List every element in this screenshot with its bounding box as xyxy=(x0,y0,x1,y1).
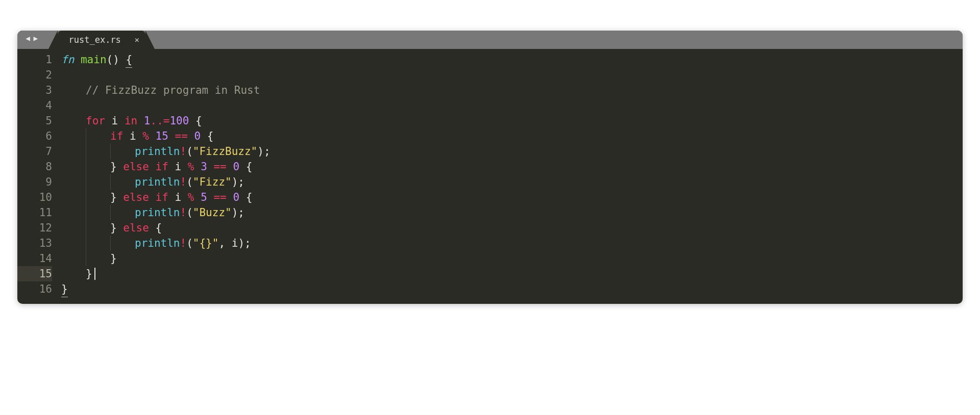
tab-next-icon[interactable]: ▸ xyxy=(32,33,39,44)
code-token: { xyxy=(207,128,214,144)
code-token: ( xyxy=(186,174,193,190)
tab-prev-icon[interactable]: ◂ xyxy=(24,33,31,44)
code-token: ( xyxy=(186,205,193,220)
code-token xyxy=(149,128,156,144)
code-token xyxy=(105,113,112,128)
code-line[interactable]: println!("Buzz"); xyxy=(61,205,963,220)
code-token: if xyxy=(110,128,123,144)
code-token: 5 xyxy=(201,190,207,205)
code-token: % xyxy=(142,128,149,144)
code-token xyxy=(181,190,188,205)
code-content[interactable]: fn main() {// FizzBuzz program in Rustfo… xyxy=(61,52,963,297)
code-token: == xyxy=(175,128,188,144)
code-token: == xyxy=(213,159,226,174)
code-token: { xyxy=(246,190,253,205)
indent-guide xyxy=(61,144,86,159)
line-number: 2 xyxy=(17,67,52,83)
indent-guide xyxy=(61,190,86,205)
code-token: for xyxy=(86,113,105,128)
code-token: i xyxy=(175,190,182,205)
code-token: == xyxy=(213,190,226,205)
code-token: { xyxy=(246,159,253,174)
code-token: fn xyxy=(61,52,74,67)
code-line[interactable]: println!("Fizz"); xyxy=(61,174,963,190)
code-token: { xyxy=(156,220,162,236)
indent-guide xyxy=(61,83,86,98)
line-number: 4 xyxy=(17,98,52,113)
code-line[interactable]: } xyxy=(61,281,963,297)
indent-guide xyxy=(86,236,110,251)
tab-nav-arrows: ◂ ▸ xyxy=(17,33,44,47)
code-token: "{}" xyxy=(193,236,219,251)
indent-guide xyxy=(61,251,86,266)
code-token xyxy=(137,113,144,128)
code-line[interactable]: } else { xyxy=(61,220,963,236)
text-cursor xyxy=(94,268,95,280)
indent-guide xyxy=(61,128,86,144)
code-line[interactable]: println!("FizzBuzz"); xyxy=(61,144,963,159)
code-token: 0 xyxy=(233,190,239,205)
indent-guide xyxy=(86,220,110,236)
indent-guide xyxy=(61,220,86,236)
code-token: println xyxy=(135,236,180,251)
line-number: 1 xyxy=(17,52,52,67)
code-line[interactable]: for i in 1..=100 { xyxy=(61,113,963,128)
code-token: i xyxy=(130,128,136,144)
indent-guide xyxy=(61,159,86,174)
close-icon[interactable]: ✕ xyxy=(135,35,139,44)
code-line[interactable]: println!("{}", i); xyxy=(61,236,963,251)
code-line[interactable]: fn main() { xyxy=(61,52,963,67)
code-token: } xyxy=(110,159,117,174)
code-line[interactable]: } else if i % 5 == 0 { xyxy=(61,190,963,205)
code-token xyxy=(207,159,214,174)
code-token xyxy=(119,52,126,67)
indent-guide xyxy=(86,190,110,205)
line-number: 8 xyxy=(17,159,52,174)
line-number: 14 xyxy=(17,251,52,266)
code-token: ) xyxy=(232,174,238,190)
code-token xyxy=(149,190,156,205)
code-token: ) xyxy=(232,205,238,220)
line-number: 3 xyxy=(17,83,52,98)
code-token: ; xyxy=(238,205,244,220)
code-token xyxy=(225,236,232,251)
indent-guide xyxy=(61,113,86,128)
code-token: % xyxy=(188,190,194,205)
code-token: ! xyxy=(180,236,187,251)
line-number: 6 xyxy=(17,128,52,144)
code-token xyxy=(239,159,246,174)
indent-guide xyxy=(86,205,110,220)
line-number: 12 xyxy=(17,220,52,236)
indent-guide xyxy=(61,98,86,113)
line-number: 7 xyxy=(17,144,52,159)
code-line[interactable]: } else if i % 3 == 0 { xyxy=(61,159,963,174)
code-line[interactable] xyxy=(61,67,963,83)
code-token: else xyxy=(123,159,149,174)
code-token: 15 xyxy=(156,128,168,144)
code-line[interactable] xyxy=(61,98,963,113)
code-line[interactable]: // FizzBuzz program in Rust xyxy=(61,83,963,98)
editor-window: ◂ ▸ rust_ex.rs ✕ 12345678910111213141516… xyxy=(17,31,963,304)
code-token: "FizzBuzz" xyxy=(193,144,257,159)
line-number-gutter: 12345678910111213141516 xyxy=(17,52,61,297)
line-number: 11 xyxy=(17,205,52,220)
code-token: ) xyxy=(238,236,244,251)
line-number: 5 xyxy=(17,113,52,128)
code-line[interactable]: if i % 15 == 0 { xyxy=(61,128,963,144)
line-number: 16 xyxy=(17,281,52,297)
code-token: println xyxy=(135,205,180,220)
code-token xyxy=(194,159,201,174)
code-token xyxy=(189,113,195,128)
code-token xyxy=(227,190,233,205)
code-line[interactable]: } xyxy=(61,266,963,281)
code-token xyxy=(188,128,194,144)
code-token: 100 xyxy=(169,113,189,128)
code-token: ( xyxy=(186,144,193,159)
file-tab[interactable]: rust_ex.rs ✕ xyxy=(58,31,145,49)
code-token: } xyxy=(110,220,117,236)
code-token xyxy=(118,113,125,128)
code-token: ) xyxy=(257,144,264,159)
code-token xyxy=(194,190,201,205)
file-tab-label: rust_ex.rs xyxy=(69,35,121,45)
code-line[interactable]: } xyxy=(61,251,963,266)
